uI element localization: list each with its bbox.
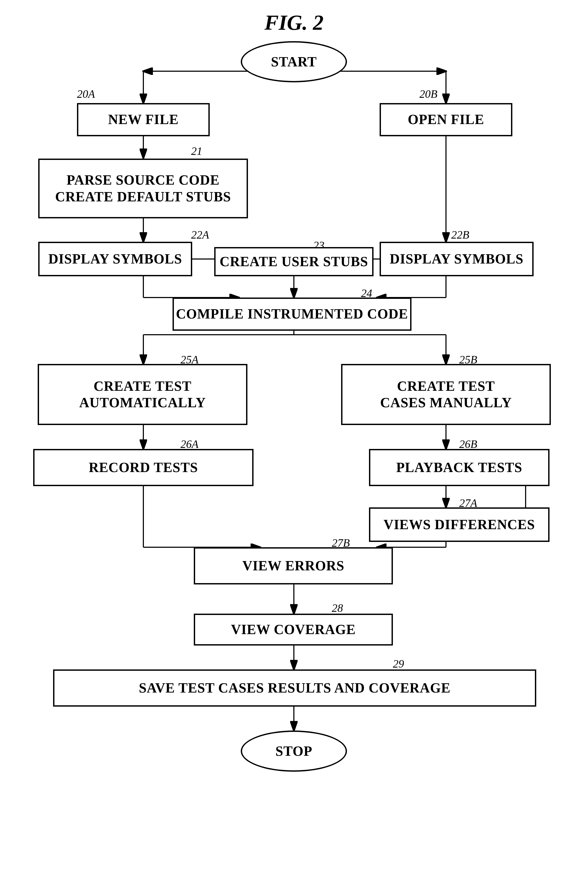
label-28: 28 xyxy=(332,602,343,615)
label-20a: 20A xyxy=(77,88,95,101)
label-29: 29 xyxy=(393,657,404,670)
display-symbols-a-box: DISPLAY SYMBOLS xyxy=(38,242,192,276)
start-node: START xyxy=(241,41,347,82)
label-22b: 22B xyxy=(451,229,470,241)
open-file-box: OPEN FILE xyxy=(380,103,512,136)
view-errors-box: VIEW ERRORS xyxy=(194,547,393,585)
page: FIG. 2 xyxy=(0,0,588,887)
record-tests-box: RECORD TESTS xyxy=(33,449,254,486)
label-26b: 26B xyxy=(459,438,477,451)
label-21: 21 xyxy=(191,145,202,158)
playback-tests-box: PLAYBACK TESTS xyxy=(369,449,549,486)
label-22a: 22A xyxy=(191,229,209,241)
create-test-auto-box: CREATE TEST AUTOMATICALLY xyxy=(38,364,248,425)
views-diff-box: VIEWS DIFFERENCES xyxy=(369,507,549,542)
stop-node: STOP xyxy=(241,731,347,772)
label-26a: 26A xyxy=(180,438,199,451)
label-20b: 20B xyxy=(419,88,438,101)
compile-box: COMPILE INSTRUMENTED CODE xyxy=(172,298,411,331)
create-user-stubs-box: CREATE USER STUBS xyxy=(214,247,374,276)
new-file-box: NEW FILE xyxy=(77,103,210,136)
save-test-box: SAVE TEST CASES RESULTS AND COVERAGE xyxy=(53,669,536,707)
parse-source-box: PARSE SOURCE CODE CREATE DEFAULT STUBS xyxy=(38,159,248,218)
figure-title: FIG. 2 xyxy=(264,11,323,35)
display-symbols-b-box: DISPLAY SYMBOLS xyxy=(380,242,534,276)
view-coverage-box: VIEW COVERAGE xyxy=(194,613,393,645)
create-test-manual-box: CREATE TEST CASES MANUALLY xyxy=(341,364,551,425)
